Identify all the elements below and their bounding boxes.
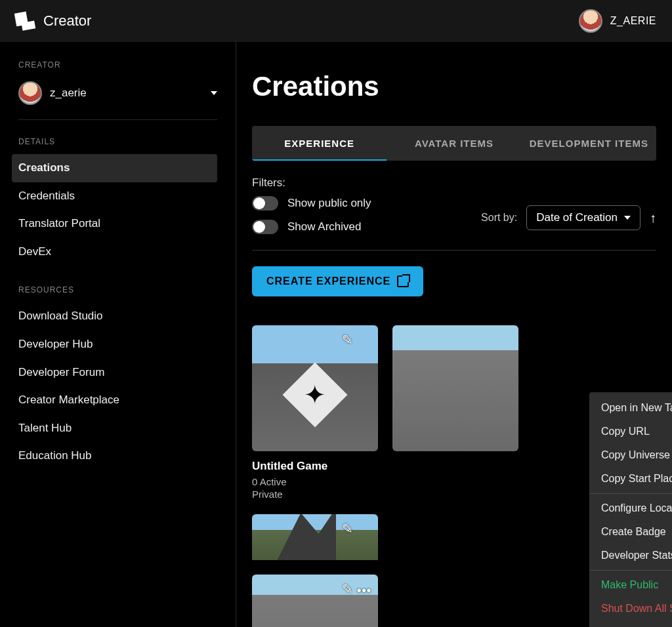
sidebar-item-creator-marketplace[interactable]: Creator Marketplace [12,386,217,415]
chevron-down-icon [211,91,217,95]
menu-configure-localization[interactable]: Configure Localization [589,496,672,520]
toggle-label: Show Archived [287,220,361,233]
sidebar-item-creations[interactable]: Creations [12,154,217,182]
avatar [579,9,602,33]
pencil-icon[interactable]: ✎ [342,332,353,348]
sidebar-creator-label: CREATOR [18,60,217,70]
sort-label: Sort by: [481,212,517,224]
pencil-icon[interactable]: ✎ [342,521,353,536]
creation-card[interactable]: ✎ [252,514,378,560]
logo-icon[interactable] [14,10,35,31]
menu-shut-down-servers[interactable]: Shut Down All Servers [589,597,672,620]
topbar-left: Creator [16,12,91,30]
sidebar-details-label: DETAILS [18,137,217,146]
sidebar-item-credentials[interactable]: Credentials [12,182,217,211]
filters-label: Filters: [252,176,656,190]
create-experience-button[interactable]: CREATE EXPERIENCE [252,266,423,296]
sidebar-item-download-studio[interactable]: Download Studio [12,302,217,331]
topbar: Creator Z_AERIE [0,0,672,42]
creation-card[interactable]: ✎ Untitled Game 0 Active Private ✎ [252,325,378,560]
creator-selector[interactable]: z_aerie [18,77,217,120]
tab-avatar-items[interactable]: AVATAR ITEMS [387,126,521,161]
card-title: Untitled Game [252,459,378,474]
sidebar-item-developer-forum[interactable]: Developer Forum [12,359,217,387]
creation-card[interactable] [392,325,518,560]
menu-make-public[interactable]: Make Public [589,573,672,597]
sidebar-item-developer-hub[interactable]: Developer Hub [12,331,217,359]
switch-icon [252,220,278,234]
card-thumbnail: ✎ [252,325,378,451]
sort-select[interactable]: Date of Creation [526,205,640,230]
sidebar-item-talent-hub[interactable]: Talent Hub [12,415,217,443]
sort-direction-button[interactable]: ↑ [650,211,656,226]
page-title: Creations [252,71,656,102]
pencil-icon[interactable]: ✎ [342,581,353,597]
menu-separator [589,570,672,571]
context-menu: Open in New Tab Copy URL Copy Universe I… [589,392,672,627]
main-content: Creations EXPERIENCE AVATAR ITEMS DEVELO… [236,42,672,627]
menu-copy-universe-id[interactable]: Copy Universe ID [589,443,672,467]
card-thumbnail: ✎ ••• [252,575,378,627]
toggle-label: Show public only [287,197,371,210]
more-icon[interactable]: ••• [357,584,371,597]
avatar [18,81,42,105]
toggle-show-public-only[interactable]: Show public only [252,196,371,211]
menu-open-new-tab[interactable]: Open in New Tab [589,396,672,420]
menu-developer-stats[interactable]: Developer Stats [589,544,672,567]
menu-copy-start-place-id[interactable]: Copy Start Place ID [589,467,672,491]
tab-development-items[interactable]: DEVELOPMENT ITEMS [522,126,656,161]
creator-name: z_aerie [50,87,203,100]
tabs: EXPERIENCE AVATAR ITEMS DEVELOPMENT ITEM… [252,126,656,161]
divider [252,250,656,251]
sidebar-item-devex[interactable]: DevEx [12,238,217,266]
sidebar-resources-list: Download Studio Developer Hub Developer … [18,302,217,470]
menu-separator [589,493,672,494]
card-thumbnail: ✎ [252,514,378,560]
sidebar-item-translator-portal[interactable]: Translator Portal [12,210,217,238]
topbar-user[interactable]: Z_AERIE [579,9,656,33]
sort-value: Date of Creation [536,211,618,224]
sidebar-item-education-hub[interactable]: Education Hub [12,442,217,470]
sidebar-details-list: Creations Credentials Translator Portal … [18,154,217,266]
chevron-down-icon [624,216,631,220]
card-thumbnail [392,325,518,451]
username-label: Z_AERIE [610,15,656,27]
menu-create-badge[interactable]: Create Badge [589,520,672,544]
brand-label: Creator [43,12,91,30]
menu-copy-url[interactable]: Copy URL [589,420,672,443]
tab-experience[interactable]: EXPERIENCE [252,126,387,161]
card-active-count: 0 Active [252,476,378,487]
switch-icon [252,196,278,211]
toggle-show-archived[interactable]: Show Archived [252,220,371,234]
sidebar-resources-label: RESOURCES [18,285,217,294]
create-button-label: CREATE EXPERIENCE [266,275,390,287]
external-link-icon [397,275,409,287]
card-visibility: Private [252,489,378,500]
menu-archive[interactable]: Archive [589,620,672,627]
creation-card[interactable]: ✎ ••• z_aerie's Place Number: 1 ITEMz 0 … [252,575,378,627]
sidebar: CREATOR z_aerie DETAILS Creations Creden… [0,42,236,627]
